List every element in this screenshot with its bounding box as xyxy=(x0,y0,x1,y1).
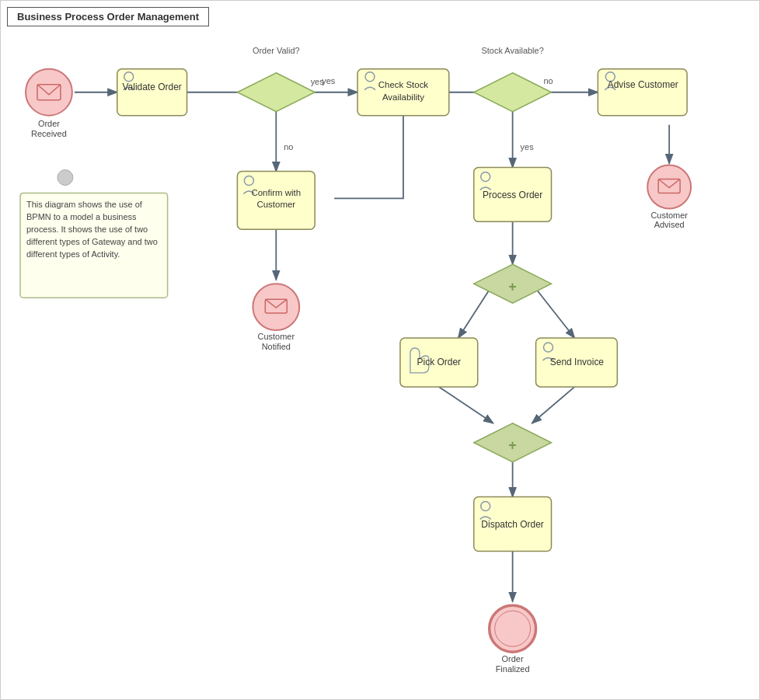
svg-marker-22 xyxy=(237,73,315,112)
advise-customer-label1: Advise Customer xyxy=(608,79,678,90)
stock-available-label: Stock Available? xyxy=(481,46,543,55)
svg-point-34 xyxy=(253,284,299,330)
diagram-container: Business Process Order Management xyxy=(0,0,760,700)
yes2-label: yes xyxy=(521,142,535,151)
validate-order-label: Validate Order xyxy=(123,82,182,92)
svg-line-12 xyxy=(458,284,493,338)
no2-label: no xyxy=(544,76,553,85)
pick-order-task: Pick Order xyxy=(400,338,478,387)
customer-notified-label2: Notified xyxy=(262,342,291,351)
svg-point-47 xyxy=(58,170,73,186)
order-received-label: Order xyxy=(38,119,60,128)
svg-text:+: + xyxy=(508,279,516,294)
validate-order-task: Validate Order xyxy=(117,69,187,116)
svg-marker-25 xyxy=(474,73,552,112)
svg-rect-26 xyxy=(598,69,687,116)
order-received-label2: Received xyxy=(31,129,67,138)
send-invoice-label: Send Invoice xyxy=(550,357,605,367)
svg-point-46 xyxy=(495,611,531,646)
yes1-label: yes xyxy=(322,76,336,85)
svg-line-14 xyxy=(439,387,493,423)
check-stock-label1: Check Stock xyxy=(378,80,429,89)
gateway-stock-available: Stock Available? xyxy=(474,46,552,112)
customer-notified-label1: Customer xyxy=(258,332,295,341)
svg-line-15 xyxy=(532,387,575,423)
svg-point-18 xyxy=(26,69,72,116)
parallel-split-gateway: + xyxy=(474,264,552,303)
order-received-event: Order Received xyxy=(26,69,72,138)
gateway-order-valid: Order Valid? xyxy=(237,46,315,112)
svg-point-28 xyxy=(647,165,691,209)
note-box: This diagram shows the use of BPMN to a … xyxy=(20,170,168,298)
advise-customer-task: Advise Customer xyxy=(598,69,687,116)
dispatch-order-task: Dispatch Order xyxy=(474,497,552,552)
order-finalized-label1: Order xyxy=(502,654,524,663)
order-finalized-label2: Finalized xyxy=(496,664,530,674)
dispatch-order-label: Dispatch Order xyxy=(481,519,544,530)
customer-advised-label1: Customer xyxy=(650,211,688,220)
svg-text:+: + xyxy=(508,437,516,453)
parallel-join-gateway: + xyxy=(474,423,552,462)
confirm-customer-label1: Confirm with xyxy=(251,188,301,197)
svg-line-13 xyxy=(532,284,575,338)
send-invoice-task: Send Invoice xyxy=(536,338,618,387)
order-valid-label: Order Valid? xyxy=(253,46,300,55)
confirm-customer-task: Confirm with Customer xyxy=(237,172,315,230)
diagram-title: Business Process Order Management xyxy=(7,7,209,26)
customer-advised-label2: Advised xyxy=(654,220,685,229)
no1-label: no xyxy=(284,142,293,151)
customer-notified-event: Customer Notified xyxy=(253,284,299,351)
process-order-task: Process Order xyxy=(474,168,552,222)
check-stock-label2: Availability xyxy=(382,92,424,102)
process-order-label: Process Order xyxy=(483,190,542,200)
customer-advised-event: Customer Advised xyxy=(647,165,691,230)
pick-order-label: Pick Order xyxy=(417,357,462,367)
check-stock-task: Check Stock Availability xyxy=(357,69,449,116)
order-finalized-event: Order Finalized xyxy=(490,605,536,674)
confirm-customer-label2: Customer xyxy=(256,200,295,209)
note-text: This diagram shows the use of BPMN to a … xyxy=(26,199,162,261)
